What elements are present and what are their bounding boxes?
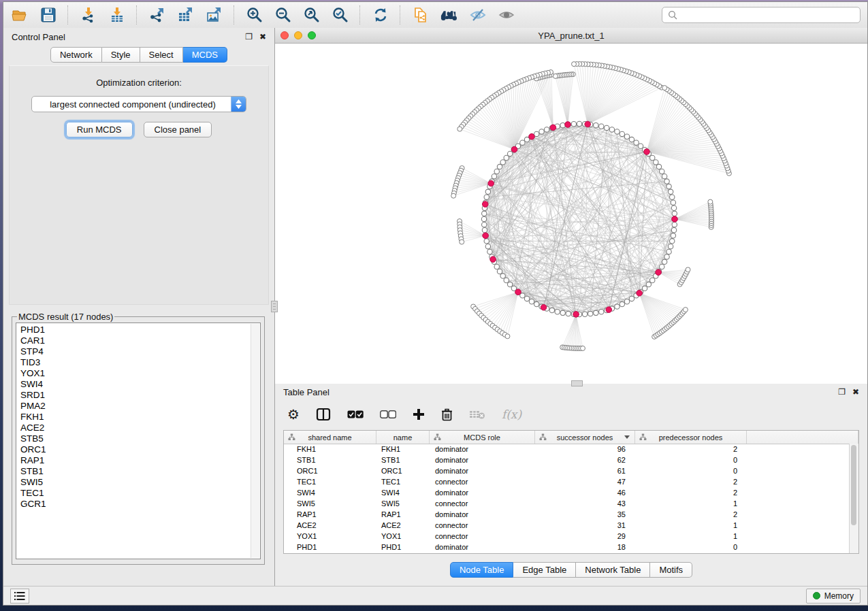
table-panel-title: Table Panel [283,387,329,397]
table-row[interactable]: ORC1ORC1dominator610 [284,465,850,476]
list-item[interactable]: PMA2 [20,401,251,412]
export-network-icon[interactable] [148,6,166,24]
list-item[interactable]: CAR1 [20,335,251,346]
hide-selected-icon[interactable] [468,6,487,24]
table-row[interactable]: FKH1FKH1dominator962 [284,444,850,455]
column-header-filler [747,431,858,444]
deselect-all-icon[interactable] [380,407,396,422]
table-panel: Table Panel ❐ ✖ ⚙ [275,384,867,586]
run-mcds-button[interactable]: Run MCDS [66,122,133,137]
table-tabs: Node Table Edge Table Network Table Moti… [275,562,867,578]
table-row[interactable]: PHD1PHD1dominator180 [284,542,850,552]
criterion-select[interactable]: largest connected component (undirected) [31,96,246,112]
tab-node-table[interactable]: Node Table [450,562,514,578]
network-canvas[interactable] [275,44,867,384]
first-neighbors-icon[interactable] [440,6,458,24]
zoom-in-icon[interactable] [245,6,263,24]
table-row[interactable]: RAP1RAP1dominator352 [284,509,850,520]
export-image-icon[interactable] [205,6,223,24]
refresh-icon[interactable] [371,6,389,24]
tab-network-table[interactable]: Network Table [576,562,650,578]
add-column-icon[interactable] [413,407,425,422]
list-item[interactable]: FKH1 [20,412,251,423]
list-item[interactable]: GCR1 [20,499,251,510]
tab-network[interactable]: Network [50,47,102,63]
tab-edge-table[interactable]: Edge Table [513,562,576,578]
table-row[interactable]: SWI5SWI5connector431 [284,498,850,509]
network-window: YPA_prune.txt_1 [275,28,867,384]
column-header-successor-nodes[interactable]: successor nodes [535,431,635,444]
list-item[interactable]: SWI5 [20,477,251,488]
zoom-out-icon[interactable] [274,6,292,24]
list-item[interactable]: PHD1 [20,325,251,335]
save-icon[interactable] [39,6,57,24]
list-item[interactable]: SRD1 [20,390,251,401]
mcds-result-title: MCDS result (17 nodes) [17,312,114,322]
panel-divider-grip-horizontal[interactable] [571,380,583,386]
close-panel-icon[interactable]: ✖ [259,33,266,41]
toolbar-separator [136,5,138,24]
list-icon [14,592,25,600]
import-table-icon[interactable] [108,6,126,24]
zoom-selected-icon[interactable] [331,6,349,24]
panel-divider-grip[interactable] [271,301,278,312]
table-scrollbar[interactable] [849,444,858,553]
table-row[interactable]: TEC1TEC1connector472 [284,476,850,487]
memory-button[interactable]: Memory [806,589,861,604]
search-box[interactable] [662,7,861,23]
list-item[interactable]: TID3 [20,357,251,368]
list-item[interactable]: STB5 [20,433,251,444]
float-table-panel-icon[interactable]: ❐ [838,388,846,396]
list-item[interactable]: STP4 [20,346,251,357]
tree-icon [434,433,441,441]
toolbar-separator [234,5,235,24]
criterion-value: largest connected component (undirected) [32,99,231,110]
zoom-fit-icon[interactable] [302,6,321,24]
sort-descending-icon [624,435,630,439]
export-table-icon[interactable] [176,6,195,24]
list-item[interactable]: STB1 [20,466,251,477]
control-panel-tabs: Network Style Select MCDS [3,47,274,63]
close-table-panel-icon[interactable]: ✖ [852,388,859,396]
function-builder-icon: f(x) [502,407,521,422]
list-scrollbar[interactable] [251,324,259,558]
minimize-window-icon[interactable] [294,31,302,39]
delete-column-icon[interactable] [441,407,453,422]
network-titlebar[interactable]: YPA_prune.txt_1 [275,28,867,44]
network-graph [275,44,866,382]
optimization-criterion-label: Optimization criterion: [10,78,268,88]
float-panel-icon[interactable]: ❐ [245,33,253,41]
table-settings-icon[interactable]: ⚙ [287,407,300,422]
maximize-window-icon[interactable] [308,31,316,39]
list-item[interactable]: RAP1 [20,455,251,466]
show-columns-icon[interactable] [316,407,331,422]
list-item[interactable]: YOX1 [20,368,251,379]
table-scrollbar-thumb[interactable] [851,445,856,525]
table-row[interactable]: SWI4SWI4dominator462 [284,487,850,498]
tab-mcds[interactable]: MCDS [183,47,227,63]
tab-style[interactable]: Style [102,47,140,63]
import-network-icon[interactable] [79,6,97,24]
column-header-predecessor-nodes[interactable]: predecessor nodes [635,431,747,444]
column-header-shared-name[interactable]: shared name [284,431,376,444]
search-input[interactable] [681,10,854,21]
list-item[interactable]: SWI4 [20,379,251,390]
open-file-icon[interactable] [10,6,29,24]
table-row[interactable]: STB1STB1dominator620 [284,455,850,465]
list-item[interactable]: ACE2 [20,423,251,433]
column-header-mcds-role[interactable]: MCDS role [430,431,535,444]
table-row[interactable]: ACE2ACE2connector311 [284,520,850,531]
close-panel-button[interactable]: Close panel [144,122,212,137]
app-window: Control Panel ❐ ✖ Network Style Select M… [3,1,868,606]
task-history-button[interactable] [10,589,29,604]
copy-network-icon[interactable] [411,6,430,24]
tab-select[interactable]: Select [140,47,183,63]
select-all-icon[interactable] [347,407,364,422]
list-item[interactable]: TEC1 [20,488,251,499]
close-window-icon[interactable] [280,31,289,39]
list-item[interactable]: ORC1 [20,444,251,455]
show-all-icon[interactable] [497,6,515,24]
table-row[interactable]: YOX1YOX1connector291 [284,531,850,542]
column-header-name[interactable]: name [376,431,430,444]
tab-motifs[interactable]: Motifs [650,562,692,578]
